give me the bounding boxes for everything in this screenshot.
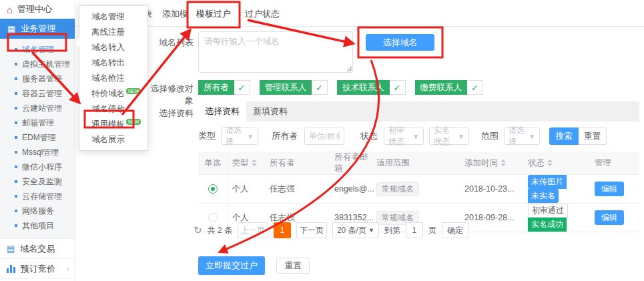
popup-item-special-price[interactable]: 特价域名NEW bbox=[79, 86, 147, 101]
sidebar-item-label: 安全及监测 bbox=[22, 176, 62, 188]
owner-label: 所有者 bbox=[272, 130, 298, 142]
current-page-button[interactable]: 1 bbox=[274, 222, 291, 238]
sidebar-item-label: 服务器管理 bbox=[22, 73, 62, 85]
popup-item-domain-show[interactable]: 域名展示 bbox=[79, 132, 147, 148]
edit-button[interactable]: 编辑 bbox=[595, 210, 624, 225]
popup-item-backorder[interactable]: 域名抢注 bbox=[79, 71, 147, 86]
form-reset-button[interactable]: 重置 bbox=[276, 258, 310, 274]
sidebar-item-cloud-storage[interactable]: 云存储管理 bbox=[0, 189, 75, 204]
sidebar-item-label: Mssql管理 bbox=[22, 147, 59, 158]
checkbox-admin-contact[interactable]: ✓ bbox=[312, 80, 328, 95]
sidebar-item-server[interactable]: 服务器管理 bbox=[0, 71, 75, 86]
submit-transfer-button[interactable]: 立即提交过户 bbox=[198, 256, 265, 275]
col-select: 单选 bbox=[198, 152, 228, 175]
search-button[interactable]: 搜索 bbox=[549, 127, 579, 145]
next-page-button[interactable]: 下一页 bbox=[296, 222, 327, 238]
sidebar-section-bidding[interactable]: 预订竞价 › bbox=[0, 258, 75, 278]
select-domain-button[interactable]: 选择域名 bbox=[366, 34, 434, 51]
radio-button[interactable] bbox=[208, 184, 218, 194]
sidebar-item-security[interactable]: 安全及监测 bbox=[0, 174, 75, 189]
audit-status-select[interactable]: 初审状态▼ bbox=[384, 127, 424, 145]
refresh-icon[interactable]: ↻ bbox=[194, 224, 202, 236]
sidebar-item-label: 云建站管理 bbox=[22, 103, 62, 114]
realname-status-select[interactable]: 实名状态▼ bbox=[429, 127, 469, 145]
filter-reset-button[interactable]: 重置 bbox=[579, 127, 607, 145]
target-tech-contact: 技术联系人 ✓ bbox=[337, 80, 406, 95]
sidebar-section-label: 域名交易 bbox=[20, 243, 55, 255]
target-label: 技术联系人 bbox=[337, 80, 390, 95]
popup-item-parking[interactable]: 域名停放 bbox=[79, 101, 147, 117]
new-badge: NEW bbox=[126, 88, 141, 94]
goto-prefix: 到第 bbox=[384, 225, 400, 236]
sort-icon[interactable] bbox=[501, 160, 506, 166]
prev-page-button[interactable]: 上一页 bbox=[238, 222, 268, 238]
popup-item-label: 域名停放 bbox=[91, 103, 125, 115]
status-badge: 实名成功 bbox=[528, 218, 567, 232]
caret-down-icon: ▼ bbox=[368, 227, 374, 234]
type-label: 类型 bbox=[198, 130, 216, 142]
domain-popup-menu: 域名管理 离线注册 域名转入 域名转出 域名抢注 特价域名NEW 域名停放 通用… bbox=[79, 5, 148, 151]
sidebar-item-label: 虚拟主机管理 bbox=[22, 59, 70, 70]
type-select[interactable]: 请选择▼ bbox=[221, 127, 258, 145]
sidebar-item-vhost[interactable]: 虚拟主机管理 bbox=[0, 57, 75, 71]
popup-item-label: 域名展示 bbox=[91, 134, 125, 146]
col-scope: 适用范围 bbox=[372, 152, 460, 175]
checkbox-billing-contact[interactable]: ✓ bbox=[467, 80, 483, 95]
sidebar-item-cloud-site[interactable]: 云建站管理 bbox=[0, 101, 75, 115]
caret-down-icon: ▼ bbox=[247, 133, 254, 140]
sidebar-section-finance[interactable]: ▤ 财务管理 › bbox=[0, 278, 75, 281]
popup-item-domain-mgmt[interactable]: 域名管理 bbox=[79, 9, 147, 25]
sort-icon[interactable] bbox=[252, 160, 257, 166]
checkbox-tech-contact[interactable]: ✓ bbox=[390, 80, 406, 95]
sidebar-item-label: 其他项目 bbox=[22, 220, 54, 232]
popup-item-general-template[interactable]: 通用模板NEW bbox=[79, 117, 147, 132]
page-size-select[interactable]: 20 条/页▼ bbox=[332, 222, 379, 238]
total-count: 共 2 条 bbox=[208, 225, 232, 236]
edit-button[interactable]: 编辑 bbox=[595, 182, 624, 196]
sidebar-section-label: 预订竞价 bbox=[21, 263, 55, 275]
bullet-icon bbox=[15, 151, 17, 154]
modify-target-group: 所有者 ✓ 管理联系人 ✓ 技术联系人 ✓ 缴费联系人 ✓ bbox=[198, 80, 483, 95]
tab-template-transfer[interactable]: 模板过户 bbox=[188, 0, 240, 27]
sidebar-item-network[interactable]: 网络服务 bbox=[0, 204, 75, 218]
table-header-row: 单选 类型 所有者 所有者邮箱 适用范围 添加时间 状态 管理 bbox=[198, 152, 639, 175]
goto-confirm-button[interactable]: 确定 bbox=[442, 222, 468, 238]
popup-item-label: 离线注册 bbox=[91, 27, 125, 38]
col-type[interactable]: 类型 bbox=[228, 152, 266, 175]
tab-select-profile[interactable]: 选择资料 bbox=[198, 101, 246, 121]
sidebar-item-wechat-mini[interactable]: 微信小程序 bbox=[0, 160, 75, 174]
sidebar-item-domain-mgmt[interactable]: 域名管理 bbox=[0, 42, 75, 57]
checkbox-owner[interactable]: ✓ bbox=[234, 80, 250, 95]
select-placeholder: 请选择 bbox=[226, 125, 244, 148]
sidebar-section-business[interactable]: ▦ 业务管理 bbox=[0, 19, 75, 39]
bullet-icon bbox=[15, 136, 17, 139]
col-added[interactable]: 添加时间 bbox=[460, 152, 524, 175]
popup-item-offline-reg[interactable]: 离线注册 bbox=[79, 25, 147, 40]
select-placeholder: 实名状态 bbox=[434, 125, 455, 148]
sidebar-item-container-cloud[interactable]: 容器云管理 bbox=[0, 86, 75, 101]
pagination: ↻ 共 2 条 上一页 1 下一页 20 条/页▼ 到第 页 确定 bbox=[194, 222, 468, 238]
domain-list-textarea[interactable] bbox=[198, 31, 353, 73]
tab-new-profile[interactable]: 新填资料 bbox=[246, 101, 294, 121]
sidebar-item-mssql[interactable]: Mssql管理 bbox=[0, 145, 75, 160]
col-manage: 管理 bbox=[591, 152, 639, 175]
sidebar-item-other[interactable]: 其他项目 bbox=[0, 218, 75, 233]
app-header: ⌂ 管理中心 bbox=[0, 0, 75, 19]
check-icon: ✓ bbox=[471, 83, 478, 93]
tab-transfer-status[interactable]: 过户状态 bbox=[245, 8, 280, 20]
popup-item-transfer-out[interactable]: 域名转出 bbox=[79, 55, 147, 71]
sidebar-item-mailbox[interactable]: 邮箱管理 bbox=[0, 115, 75, 130]
sort-icon[interactable] bbox=[547, 160, 553, 166]
sidebar-section-domain-trade[interactable]: ▤ 域名交易 bbox=[0, 238, 75, 258]
owner-input[interactable] bbox=[304, 127, 344, 145]
target-billing-contact: 缴费联系人 ✓ bbox=[415, 80, 484, 95]
status-badge: 未传图片 bbox=[528, 175, 567, 189]
range-select[interactable]: 请选择▼ bbox=[504, 127, 540, 145]
bullet-icon bbox=[15, 92, 17, 95]
col-status[interactable]: 状态 bbox=[524, 152, 591, 175]
radio-button[interactable] bbox=[208, 213, 218, 222]
sidebar-item-edm[interactable]: EDM管理 bbox=[0, 130, 75, 145]
select-placeholder: 请选择 bbox=[509, 125, 526, 148]
popup-item-transfer-in[interactable]: 域名转入 bbox=[79, 40, 147, 55]
goto-page-input[interactable] bbox=[406, 222, 423, 238]
